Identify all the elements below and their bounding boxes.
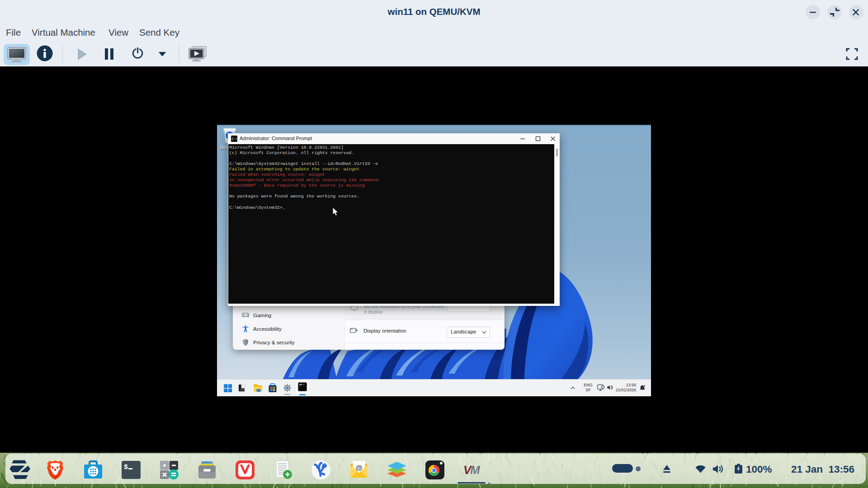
svg-text:$: $ bbox=[124, 464, 128, 471]
svg-text:M: M bbox=[470, 463, 481, 477]
svg-text:C:\: C:\ bbox=[232, 137, 238, 141]
